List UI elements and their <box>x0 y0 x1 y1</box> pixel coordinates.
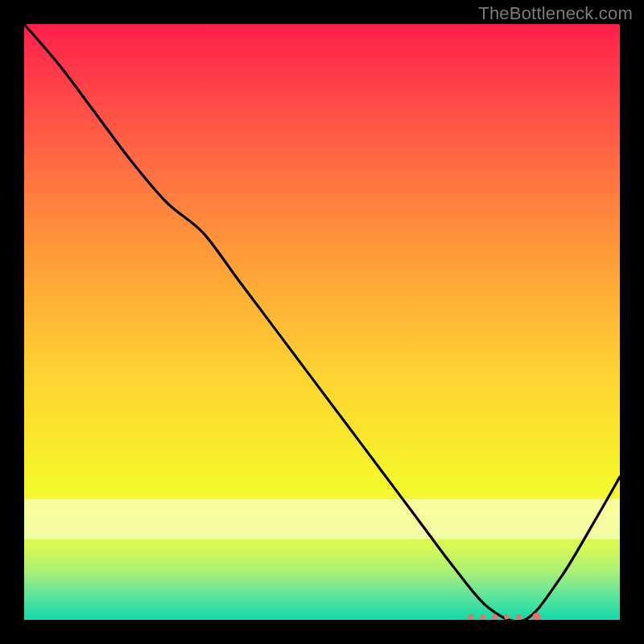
baseline-dot <box>469 614 473 619</box>
bottleneck-curve <box>24 24 620 620</box>
curve-layer <box>24 24 620 620</box>
baseline-dot <box>492 614 497 619</box>
baseline-dot <box>516 614 521 619</box>
plot-area <box>24 24 620 620</box>
baseline-dot <box>504 614 509 619</box>
chart-frame: TheBottleneck.com <box>0 0 644 644</box>
baseline-dot <box>481 614 485 619</box>
watermark-text: TheBottleneck.com <box>478 3 633 24</box>
